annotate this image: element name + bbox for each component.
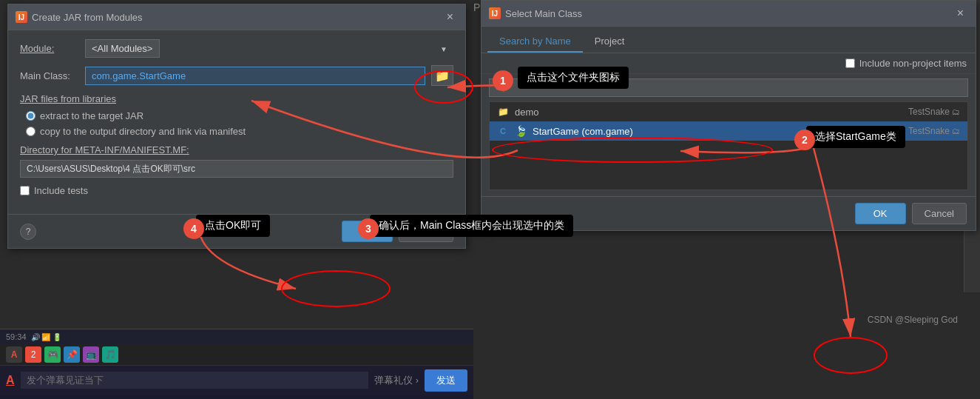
annotation-circle-2: 2 [794, 130, 815, 150]
jar-icon: IJ [16, 11, 27, 23]
main-class-label: Main Class: [20, 70, 79, 81]
taskbar-a-icon: A [6, 374, 15, 387]
annotation-circle-3: 3 [358, 218, 379, 239]
taskbar-icons-small: 🔊 📶 🔋 [31, 333, 62, 341]
demo-class-name: demo [515, 107, 902, 118]
copy-label: copy to the output directory and link vi… [40, 126, 246, 137]
task-icon-4[interactable]: 📌 [64, 346, 80, 363]
annotation-circle-1: 1 [493, 70, 513, 91]
gift-label[interactable]: 弹幕礼仪 › [374, 374, 419, 387]
task-icon-3[interactable]: 🎮 [44, 346, 61, 363]
send-button[interactable]: 发送 [425, 369, 467, 392]
annotation-circle-4: 4 [183, 218, 204, 239]
annotation-bubble-2: 选择StartGame类 [806, 126, 905, 148]
jar-dialog-title: IJ Create JAR from Modules [16, 11, 143, 23]
select-class-ok-button[interactable]: OK [855, 203, 906, 224]
jar-files-label: JAR files from libraries [20, 93, 453, 104]
startgame-leaf-icon: 🍃 [515, 125, 527, 137]
select-class-close[interactable]: × [953, 5, 968, 21]
task-icon-2[interactable]: 2 [25, 346, 41, 363]
include-nonproject-label: Include non-project items [859, 58, 967, 69]
include-tests-row[interactable]: Include tests [20, 185, 453, 196]
copy-option[interactable]: copy to the output directory and link vi… [26, 126, 453, 137]
csdn-watermark: CSDN @Sleeping God [868, 315, 958, 325]
extract-label: extract to the target JAR [40, 110, 143, 121]
include-tests-label: Include tests [34, 185, 88, 196]
startgame-class-icon: C [497, 125, 509, 137]
annotation-bubble-4: 点击OK即可 [196, 215, 270, 237]
jar-options: extract to the target JAR copy to the ou… [20, 110, 453, 137]
module-select-wrapper: <All Modules> [85, 39, 453, 58]
directory-input[interactable] [20, 160, 453, 178]
help-button[interactable]: ? [20, 224, 36, 240]
demo-module-badge: TestSnake 🗂 [908, 107, 960, 117]
oval-ok-left [281, 270, 391, 307]
select-class-cancel-button[interactable]: Cancel [912, 203, 967, 224]
select-class-titlebar: IJ Select Main Class × [481, 1, 976, 27]
oval-ok-right [814, 337, 888, 374]
tab-search-by-name[interactable]: Search by Name [487, 31, 583, 53]
jar-dialog-titlebar: IJ Create JAR from Modules × [8, 4, 465, 30]
main-class-row: Main Class: 📁 [20, 65, 453, 86]
main-class-input[interactable] [85, 67, 425, 85]
select-class-dialog: IJ Select Main Class × Search by Name Pr… [481, 0, 976, 231]
annotation-bubble-1: 点击这个文件夹图标 [518, 67, 629, 89]
task-icon-5[interactable]: 📺 [83, 346, 99, 363]
select-class-title-text: Select Main Class [505, 8, 582, 19]
barrage-input[interactable] [21, 372, 368, 389]
extract-option[interactable]: extract to the target JAR [26, 110, 453, 121]
taskbar-top: 59:34 🔊 📶 🔋 [0, 329, 473, 344]
taskbar-input-row: A 弹幕礼仪 › 发送 [0, 365, 473, 395]
taskbar-icons-row: A 2 🎮 📌 📺 🎵 [0, 344, 473, 365]
class-item-demo[interactable]: 📁 demo TestSnake 🗂 [490, 102, 967, 121]
annotation-bubble-3: 确认后，Main Class框内会出现选中的类 [370, 215, 573, 237]
directory-section: Directory for META-INF/MANIFEST.MF: [20, 144, 453, 185]
module-select[interactable]: <All Modules> [85, 39, 160, 58]
time-display: 59:34 [6, 332, 27, 341]
extract-radio[interactable] [26, 111, 36, 121]
jar-dialog-body: Module: <All Modules> Main Class: 📁 JAR … [8, 30, 465, 214]
task-icon-6[interactable]: 🎵 [102, 346, 118, 363]
jar-dialog: IJ Create JAR from Modules × Module: <Al… [7, 4, 466, 249]
browse-folder-button[interactable]: 📁 [431, 65, 453, 86]
jar-dialog-title-text: Create JAR from Modules [32, 12, 143, 23]
startgame-module-badge: TestSnake 🗂 [908, 126, 960, 136]
jar-files-section: JAR files from libraries extract to the … [20, 93, 453, 137]
select-class-icon: IJ [489, 7, 501, 19]
tabs-bar: Search by Name Project [481, 27, 976, 53]
module-row: Module: <All Modules> [20, 39, 453, 58]
select-class-title: IJ Select Main Class [489, 7, 582, 19]
include-nonproject-checkbox[interactable] [845, 58, 855, 68]
jar-dialog-close[interactable]: × [442, 9, 458, 25]
tab-project[interactable]: Project [583, 31, 636, 53]
task-icon-a[interactable]: A [6, 346, 22, 363]
taskbar-area: 59:34 🔊 📶 🔋 A 2 🎮 📌 📺 🎵 A 弹幕礼仪 › 发送 [0, 329, 473, 399]
include-tests-checkbox[interactable] [20, 186, 30, 195]
directory-label: Directory for META-INF/MANIFEST.MF: [20, 144, 453, 155]
copy-radio[interactable] [26, 127, 36, 136]
module-label: Module: [20, 43, 79, 54]
demo-folder-icon: 📁 [497, 106, 509, 118]
